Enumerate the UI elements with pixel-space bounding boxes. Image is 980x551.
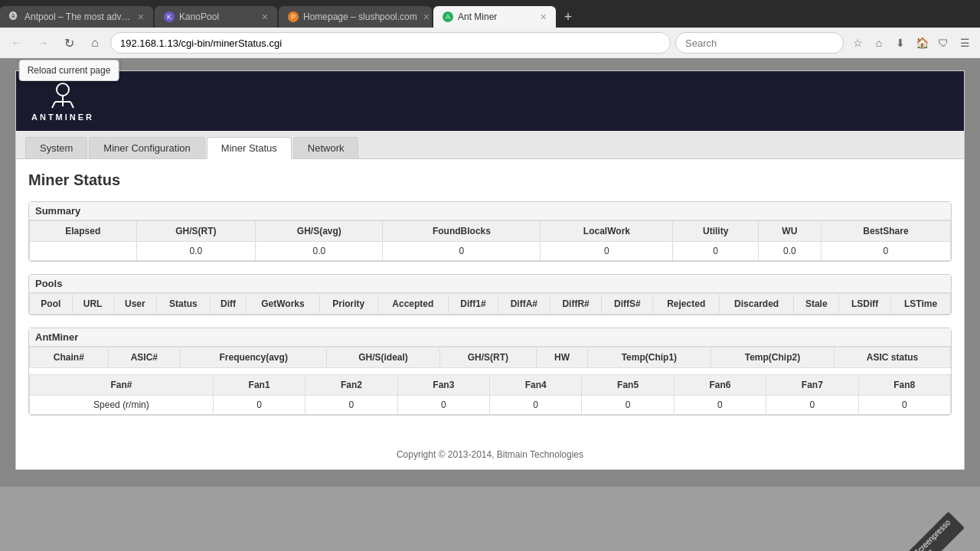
kano-favicon: K <box>164 11 175 22</box>
col-user: User <box>113 294 157 315</box>
col-pool: Pool <box>30 294 73 315</box>
col-getworks: GetWorks <box>247 294 319 315</box>
menu-icon[interactable]: ☰ <box>956 34 974 52</box>
bookmark-star-icon[interactable]: ☆ <box>848 34 867 52</box>
fan-speed-label: Speed (r/min) <box>30 396 214 415</box>
antpool-tab-label: Antpool – The most advan... <box>24 11 132 22</box>
antpool-favicon: 🅐 <box>9 11 20 22</box>
col-temp-chip1: Temp(Chip1) <box>587 347 710 368</box>
col-rejected: Rejected <box>653 294 720 315</box>
nav-icons: ☆ ⌂ ⬇ 🏠 🛡 ☰ <box>848 34 974 52</box>
svg-line-3 <box>52 102 55 108</box>
tab-system[interactable]: System <box>25 137 87 158</box>
forward-button[interactable]: → <box>32 32 54 54</box>
fan3-speed: 0 <box>397 396 489 415</box>
col-elapsed: Elapsed <box>30 221 137 242</box>
summary-inner: Elapsed GH/S(RT) GH/S(avg) FoundBlocks L… <box>29 220 951 261</box>
slush-tab-label: Homepage – slushpool.com <box>303 11 417 22</box>
antminer-legend: AntMiner <box>29 328 951 347</box>
col-ghs-avg: GH/S(avg) <box>256 221 383 242</box>
col-url: URL <box>72 294 113 315</box>
col-stale: Stale <box>794 294 839 315</box>
slush-tab-close[interactable]: × <box>417 11 430 23</box>
val-elapsed <box>30 242 137 261</box>
antminer-inner: Chain# ASIC# Frequency(avg) GH/S(ideal) … <box>29 347 951 415</box>
col-ghs-ideal: GH/S(ideal) <box>327 347 439 368</box>
summary-table: Elapsed GH/S(RT) GH/S(avg) FoundBlocks L… <box>29 220 951 261</box>
tab-bar: 🅐 Antpool – The most advan... × K KanoPo… <box>0 0 980 28</box>
col-fan5: Fan5 <box>582 375 674 396</box>
fan-table: Fan# Fan1 Fan2 Fan3 Fan4 Fan5 Fan6 Fan7 … <box>29 374 951 415</box>
summary-header-row: Elapsed GH/S(RT) GH/S(avg) FoundBlocks L… <box>30 221 951 242</box>
antminer-favicon: A <box>443 11 453 22</box>
page-footer: Copyright © 2013-2014, Bitmain Technolog… <box>16 440 964 469</box>
antpool-tab-close[interactable]: × <box>132 11 144 23</box>
col-diffs: DiffS# <box>602 294 653 315</box>
summary-data-row: 0.0 0.0 0 0 0 0.0 0 <box>30 242 951 261</box>
antminer-logo-icon <box>47 80 78 111</box>
fan4-speed: 0 <box>490 396 582 415</box>
app-tabs: System Miner Configuration Miner Status … <box>16 131 964 159</box>
kano-tab-close[interactable]: × <box>256 11 268 23</box>
browser-tab-slush[interactable]: P Homepage – slushpool.com × <box>279 6 432 28</box>
col-foundblocks: FoundBlocks <box>383 221 541 242</box>
fan6-speed: 0 <box>674 396 766 415</box>
col-diffr: DiffR# <box>550 294 602 315</box>
col-priority: Priority <box>319 294 377 315</box>
col-ghs-rt: GH/S(RT) <box>136 221 256 242</box>
fan7-speed: 0 <box>766 396 858 415</box>
col-asic-status: ASIC status <box>835 347 951 368</box>
col-fan3: Fan3 <box>397 375 489 396</box>
summary-section: Summary Elapsed GH/S(RT) GH/S(avg) Found… <box>28 201 952 262</box>
tab-miner-status[interactable]: Miner Status <box>207 137 292 159</box>
logo-text: ANTMINER <box>31 112 94 122</box>
kano-tab-label: KanoPool <box>179 11 219 22</box>
home-button[interactable]: ⌂ <box>84 32 106 54</box>
home-nav-icon[interactable]: ⌂ <box>870 34 888 52</box>
col-discarded: Discarded <box>720 294 794 315</box>
pools-header-row: Pool URL User Status Diff GetWorks Prior… <box>30 294 951 315</box>
col-utility: Utility <box>673 221 758 242</box>
browser-home-icon[interactable]: 🏠 <box>913 34 931 52</box>
col-localwork: LocalWork <box>541 221 673 242</box>
col-fan-label: Fan# <box>30 375 214 396</box>
val-bestshare: 0 <box>821 242 950 261</box>
col-lstime: LSTime <box>891 294 951 315</box>
search-bar[interactable] <box>675 32 844 54</box>
antminer-tab-close[interactable]: × <box>534 11 547 23</box>
val-utility: 0 <box>673 242 758 261</box>
logo-area: ANTMINER <box>31 80 94 122</box>
col-bestshare: BestShare <box>821 221 950 242</box>
antminer-section: AntMiner Chain# ASIC# Frequency(avg) GH/… <box>28 328 952 416</box>
main-container: ANTMINER System Miner Configuration Mine… <box>15 70 965 470</box>
page-background: ANTMINER System Miner Configuration Mine… <box>0 58 980 487</box>
page-title: Miner Status <box>28 171 952 189</box>
shield-icon[interactable]: 🛡 <box>934 34 952 52</box>
pools-inner: Pool URL User Status Diff GetWorks Prior… <box>29 293 951 315</box>
footer-text: Copyright © 2013-2014, Bitmain Technolog… <box>397 449 583 460</box>
fan-header-row: Fan# Fan1 Fan2 Fan3 Fan4 Fan5 Fan6 Fan7 … <box>30 375 951 396</box>
col-diff1: Diff1# <box>448 294 498 315</box>
tab-network[interactable]: Network <box>293 137 359 158</box>
col-asic: ASIC# <box>108 347 180 368</box>
col-fan2: Fan2 <box>305 375 397 396</box>
fan8-speed: 0 <box>858 396 950 415</box>
col-ghs-rt-chain: GH/S(RT) <box>439 347 537 368</box>
browser-tab-antminer[interactable]: A Ant Miner × <box>433 6 556 28</box>
tab-miner-configuration[interactable]: Miner Configuration <box>89 137 204 158</box>
content-area: Miner Status Summary Elapsed GH/S(RT) GH… <box>16 159 964 440</box>
reload-button[interactable]: ↻ <box>58 32 80 54</box>
col-status: Status <box>157 294 210 315</box>
download-icon[interactable]: ⬇ <box>891 34 910 52</box>
app-header: ANTMINER <box>16 71 964 131</box>
back-button[interactable]: ← <box>6 32 28 54</box>
new-tab-button[interactable]: + <box>557 6 579 28</box>
browser-tab-antpool[interactable]: 🅐 Antpool – The most advan... × <box>0 6 153 28</box>
col-fan8: Fan8 <box>858 375 950 396</box>
chain-table: Chain# ASIC# Frequency(avg) GH/S(ideal) … <box>29 347 951 368</box>
col-diff: Diff <box>210 294 247 315</box>
browser-tab-kano[interactable]: K KanoPool × <box>155 6 277 28</box>
val-wu: 0.0 <box>758 242 821 261</box>
address-bar[interactable] <box>110 32 671 54</box>
fan-speed-row: Speed (r/min) 0 0 0 0 0 0 0 0 <box>30 396 951 415</box>
